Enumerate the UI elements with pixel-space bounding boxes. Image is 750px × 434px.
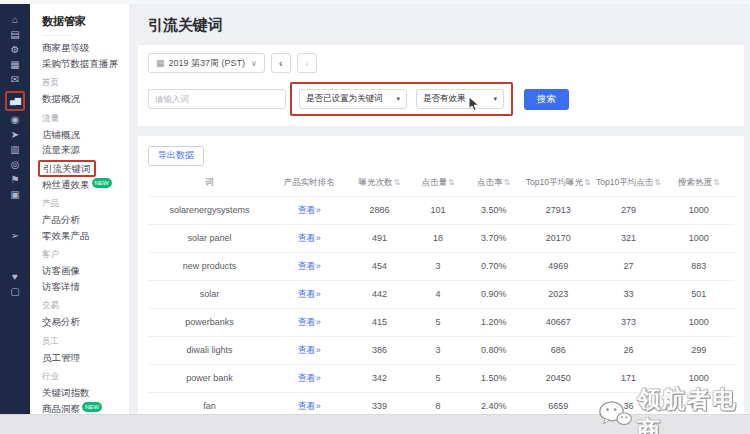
sidebar-item[interactable]: 产品分析 bbox=[42, 212, 129, 228]
sidebar-title: 数据管家 bbox=[42, 14, 129, 29]
column-header[interactable]: 搜索热度⇅ bbox=[664, 168, 734, 197]
rank-cell: 查看» bbox=[271, 336, 347, 364]
set-keyword-select[interactable]: 是否已设置为关键词 ▾ bbox=[299, 89, 407, 109]
sidebar-item[interactable]: 店铺概况 bbox=[42, 127, 129, 143]
column-header[interactable]: 曝光次数⇅ bbox=[347, 168, 411, 197]
sort-icon[interactable]: ⇅ bbox=[584, 178, 591, 187]
settings-icon[interactable]: ⚙ bbox=[11, 44, 20, 57]
value-cell: 1.20% bbox=[464, 308, 523, 336]
caret-down-icon: ▾ bbox=[493, 95, 497, 103]
alerts-icon[interactable]: ⚑ bbox=[11, 174, 20, 187]
view-ranking-link[interactable]: 查看» bbox=[298, 261, 321, 271]
value-cell: 26 bbox=[593, 336, 663, 364]
rank-cell: 查看» bbox=[271, 224, 347, 252]
sidebar-item[interactable]: 数据概况 bbox=[42, 91, 129, 107]
view-ranking-link[interactable]: 查看» bbox=[298, 345, 321, 355]
sort-icon[interactable]: ⇅ bbox=[713, 178, 720, 187]
value-cell: 1000 bbox=[664, 196, 734, 224]
table-row: solar panel查看»491183.70%201703211000 bbox=[148, 224, 734, 252]
contacts-icon[interactable]: ◉ bbox=[11, 114, 20, 127]
column-header[interactable]: 点击率⇅ bbox=[464, 168, 523, 197]
main-content: 引流关键词 ▦ 2019 第37周 (PST) ∨ ‹ › 是否已设置为关键 bbox=[130, 4, 750, 414]
share-icon[interactable]: ➤ bbox=[11, 129, 19, 142]
favorites-icon[interactable]: ♥ bbox=[12, 271, 18, 284]
value-cell: 0.80% bbox=[464, 336, 523, 364]
column-header[interactable]: Top10平均点击⇅ bbox=[593, 168, 663, 197]
value-cell: 0.90% bbox=[464, 280, 523, 308]
sidebar-section-label: 首页 bbox=[42, 77, 129, 89]
sidebar-item-label: 零效果产品 bbox=[42, 230, 90, 241]
filter-card: ▦ 2019 第37周 (PST) ∨ ‹ › 是否已设置为关键词 ▾ bbox=[138, 45, 744, 126]
analytics-icon[interactable]: ▄▆ bbox=[5, 91, 25, 111]
sidebar-section-label: 流量 bbox=[42, 113, 129, 125]
watermark: 领航者电商 bbox=[598, 384, 750, 434]
store-icon[interactable]: ▢ bbox=[10, 286, 19, 299]
sidebar-item[interactable]: 访客详情 bbox=[42, 279, 129, 295]
sidebar-item[interactable]: 零效果产品 bbox=[42, 228, 129, 244]
prev-week-button[interactable]: ‹ bbox=[271, 53, 291, 73]
orders-icon[interactable]: ▤ bbox=[10, 29, 19, 42]
value-cell: 1000 bbox=[664, 308, 734, 336]
table-card: 导出数据 词产品实时排名曝光次数⇅点击量⇅点击率⇅Top10平均曝光⇅Top10… bbox=[138, 136, 744, 414]
value-cell: 0.70% bbox=[464, 252, 523, 280]
watermark-text: 领航者电商 bbox=[637, 384, 750, 434]
sidebar-section-label: 客户 bbox=[42, 249, 129, 261]
sidebar: 数据管家 商家星等级采购节数据直播屏首页数据概况流量店铺概况流量来源引流关键词粉… bbox=[30, 4, 130, 414]
apps-icon[interactable]: ▦ bbox=[10, 59, 19, 72]
sort-icon[interactable]: ⇅ bbox=[654, 178, 661, 187]
calendar-icon: ▦ bbox=[156, 58, 165, 68]
gear-icon[interactable]: ◎ bbox=[11, 159, 20, 172]
sort-icon[interactable]: ⇅ bbox=[448, 178, 455, 187]
sidebar-item[interactable]: 引流关键词 bbox=[38, 160, 96, 177]
sidebar-item-label: 店铺概况 bbox=[42, 129, 80, 140]
value-cell: 27913 bbox=[523, 196, 593, 224]
keyword-cell: diwali lights bbox=[148, 336, 271, 364]
view-ranking-link[interactable]: 查看» bbox=[298, 401, 321, 411]
search-button[interactable]: 搜索 bbox=[524, 89, 569, 110]
set-keyword-select-value: 是否已设置为关键词 bbox=[306, 93, 383, 105]
value-cell: 279 bbox=[593, 196, 663, 224]
sidebar-item[interactable]: 采购节数据直播屏 bbox=[42, 56, 129, 72]
products-icon[interactable]: ▥ bbox=[10, 144, 19, 157]
sort-icon[interactable]: ⇅ bbox=[504, 178, 511, 187]
view-ranking-link[interactable]: 查看» bbox=[298, 289, 321, 299]
sidebar-item[interactable]: 访客画像 bbox=[42, 263, 129, 279]
keyword-search-input[interactable] bbox=[148, 89, 286, 109]
view-ranking-link[interactable]: 查看» bbox=[298, 373, 321, 383]
sidebar-item[interactable]: 员工管理 bbox=[42, 350, 129, 366]
week-picker-value: 2019 第37周 (PST) bbox=[169, 57, 246, 70]
keywords-table: 词产品实时排名曝光次数⇅点击量⇅点击率⇅Top10平均曝光⇅Top10平均点击⇅… bbox=[148, 168, 734, 415]
value-cell: 373 bbox=[593, 308, 663, 336]
sidebar-item[interactable]: 关键词指数 bbox=[42, 385, 129, 401]
value-cell: 3 bbox=[412, 252, 465, 280]
view-ranking-link[interactable]: 查看» bbox=[298, 205, 321, 215]
value-cell: 501 bbox=[664, 280, 734, 308]
effect-select[interactable]: 是否有效果 ▾ bbox=[416, 89, 504, 109]
send-icon[interactable]: ➢ bbox=[11, 230, 19, 243]
sidebar-item[interactable]: 粉丝通效果NEW bbox=[42, 177, 129, 193]
value-cell: 454 bbox=[347, 252, 411, 280]
value-cell: 386 bbox=[347, 336, 411, 364]
value-cell: 8 bbox=[412, 392, 465, 414]
next-week-button[interactable]: › bbox=[297, 53, 317, 73]
value-cell: 1.50% bbox=[464, 364, 523, 392]
column-header[interactable]: 点击量⇅ bbox=[412, 168, 465, 197]
sort-icon[interactable]: ⇅ bbox=[394, 178, 401, 187]
sidebar-item[interactable]: 商家星等级 bbox=[42, 40, 129, 56]
sidebar-item[interactable]: 流量来源 bbox=[42, 142, 129, 158]
column-header[interactable]: Top10平均曝光⇅ bbox=[523, 168, 593, 197]
messages-icon[interactable]: ✉ bbox=[11, 74, 19, 87]
value-cell: 3.70% bbox=[464, 224, 523, 252]
home-icon[interactable]: ⌂ bbox=[12, 14, 18, 27]
table-row: diwali lights查看»38630.80%68626299 bbox=[148, 336, 734, 364]
sidebar-item-label: 粉丝通效果 bbox=[42, 179, 90, 190]
sidebar-item[interactable]: 商品洞察NEW bbox=[42, 401, 129, 415]
rank-cell: 查看» bbox=[271, 280, 347, 308]
sidebar-item[interactable]: 交易分析 bbox=[42, 314, 129, 330]
value-cell: 339 bbox=[347, 392, 411, 414]
week-picker[interactable]: ▦ 2019 第37周 (PST) ∨ bbox=[148, 53, 265, 73]
view-ranking-link[interactable]: 查看» bbox=[298, 317, 321, 327]
export-data-button[interactable]: 导出数据 bbox=[148, 146, 204, 166]
view-ranking-link[interactable]: 查看» bbox=[298, 233, 321, 243]
media-icon[interactable]: ▣ bbox=[10, 189, 19, 202]
